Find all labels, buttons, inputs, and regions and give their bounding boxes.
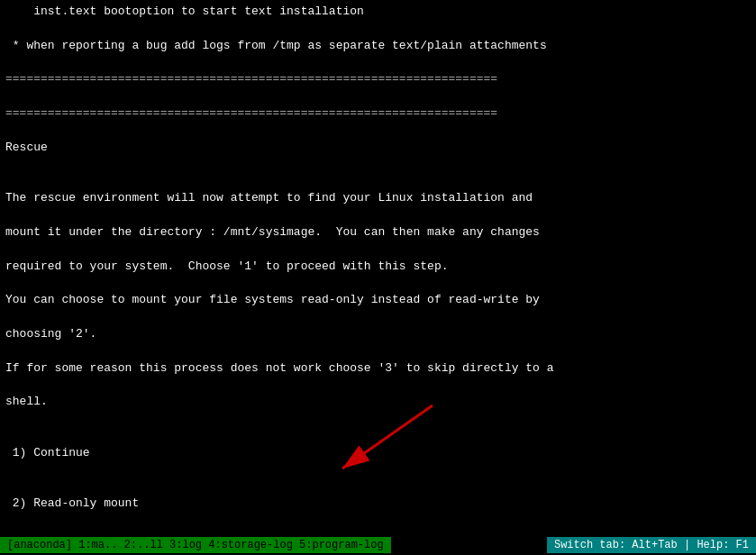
statusbar-help: Switch tab: Alt+Tab | Help: F1 bbox=[547, 537, 756, 553]
statusbar-tabs[interactable]: [anaconda] 1:ma.. 2:..ll 3:log 4:storage… bbox=[0, 537, 391, 553]
terminal-output: inst.text bootoption to start text insta… bbox=[0, 0, 756, 535]
status-bar: [anaconda] 1:ma.. 2:..ll 3:log 4:storage… bbox=[0, 535, 756, 555]
